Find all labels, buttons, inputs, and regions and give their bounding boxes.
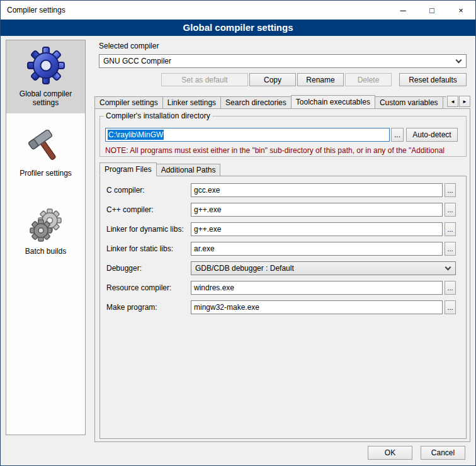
cpp-compiler-label: C++ compiler: (106, 205, 191, 214)
c-compiler-input[interactable] (191, 183, 443, 197)
reset-defaults-button[interactable]: Reset defaults (399, 73, 467, 86)
browse-resource-compiler-button[interactable]: ... (445, 281, 456, 295)
installation-directory-group-title: Compiler's installation directory (104, 111, 212, 120)
tab-scrollers: ◄ ► (446, 96, 470, 107)
browse-static-linker-button[interactable]: ... (445, 242, 456, 256)
c-compiler-label: C compiler: (106, 186, 191, 195)
window-title: Compiler settings (1, 6, 65, 14)
browse-install-dir-button[interactable]: ... (391, 128, 404, 142)
tab-program-files[interactable]: Program Files (99, 162, 157, 176)
sidebar-item-label: Global compiler settings (8, 89, 84, 107)
sidebar-item-profiler-settings[interactable]: Profiler settings (6, 125, 85, 184)
delete-button[interactable]: Delete (345, 73, 392, 86)
minimize-button[interactable]: ─ (388, 1, 417, 20)
static-linker-input[interactable] (191, 242, 443, 256)
rename-button[interactable]: Rename (297, 73, 344, 86)
dialog-footer: OK Cancel (368, 446, 465, 460)
selected-compiler-label: Selected compiler (99, 42, 159, 50)
field-row-c-compiler: C compiler: ... (106, 183, 460, 197)
installation-directory-group: Compiler's installation directory C:\ray… (99, 111, 467, 157)
field-row-cpp-compiler: C++ compiler: ... (106, 203, 460, 217)
maximize-button[interactable]: □ (417, 1, 446, 20)
tab-linker-settings[interactable]: Linker settings (162, 96, 221, 108)
autodetect-button[interactable]: Auto-detect (406, 128, 458, 142)
field-row-debugger: Debugger: GDB/CDB debugger : Default (106, 261, 460, 275)
tab-strip: Compiler settings Linker settings Search… (94, 95, 470, 108)
sidebar-item-label: Profiler settings (20, 169, 72, 178)
tab-compiler-settings[interactable]: Compiler settings (94, 96, 163, 108)
tab-scroll-right-button[interactable]: ► (459, 96, 470, 107)
install-dir-value: C:\raylib\MinGW (108, 130, 164, 140)
browse-c-compiler-button[interactable]: ... (445, 183, 456, 197)
field-row-resource-compiler: Resource compiler: ... (106, 281, 460, 295)
tab-additional-paths[interactable]: Additional Paths (156, 164, 221, 176)
tab-toolchain-executables[interactable]: Toolchain executables (291, 95, 375, 108)
main-panel: Selected compiler GNU GCC Compiler Set a… (93, 40, 472, 443)
field-row-dynamic-linker: Linker for dynamic libs: ... (106, 222, 460, 236)
tab-custom-variables[interactable]: Custom variables (375, 96, 443, 108)
cancel-button[interactable]: Cancel (421, 446, 465, 460)
field-row-static-linker: Linker for static libs: ... (106, 242, 460, 256)
compiler-settings-window: Compiler settings ─ □ × Global compiler … (0, 0, 476, 466)
ok-button[interactable]: OK (368, 446, 412, 460)
blue-gear-icon (26, 45, 66, 86)
cpp-compiler-input[interactable] (191, 203, 443, 217)
installation-directory-row: C:\raylib\MinGW ... Auto-detect (105, 128, 458, 142)
browse-make-program-button[interactable]: ... (445, 300, 456, 314)
compiler-select-value: GNU GCC Compiler (103, 57, 171, 65)
program-files-panel: C compiler: ... C++ compiler: ... Linker… (99, 176, 467, 439)
browse-dynamic-linker-button[interactable]: ... (445, 222, 456, 236)
note-text: NOTE: All programs must exist either in … (105, 146, 465, 155)
dynamic-linker-input[interactable] (191, 222, 443, 236)
sub-tab-strip: Program Files Additional Paths (99, 162, 220, 176)
sidebar: Global compiler settings Profiler settin… (6, 40, 86, 435)
tab-scroll-left-button[interactable]: ◄ (447, 96, 458, 107)
install-dir-input[interactable]: C:\raylib\MinGW (105, 128, 390, 142)
sidebar-item-label: Batch builds (25, 247, 66, 256)
tab-search-directories[interactable]: Search directories (220, 96, 292, 108)
debugger-label: Debugger: (106, 264, 191, 273)
make-program-input[interactable] (191, 300, 443, 314)
debugger-select[interactable]: GDB/CDB debugger : Default (191, 261, 456, 275)
close-button[interactable]: × (446, 1, 475, 20)
chevron-down-icon (456, 57, 462, 63)
resource-compiler-label: Resource compiler: (106, 283, 191, 292)
profiler-hammer-icon (28, 130, 64, 165)
debugger-select-value: GDB/CDB debugger : Default (195, 264, 294, 273)
page-title: Global compiler settings (1, 20, 475, 36)
window-controls: ─ □ × (388, 1, 475, 20)
compiler-buttons-row: Set as default Copy Rename Delete Reset … (99, 73, 467, 86)
resource-compiler-input[interactable] (191, 281, 443, 295)
sidebar-item-batch-builds[interactable]: Batch builds (6, 203, 85, 262)
sidebar-item-global-compiler-settings[interactable]: Global compiler settings (6, 40, 85, 113)
set-as-default-button[interactable]: Set as default (161, 73, 248, 86)
chevron-down-icon (445, 264, 451, 270)
browse-cpp-compiler-button[interactable]: ... (445, 203, 456, 217)
gray-gears-icon (28, 208, 64, 243)
static-linker-label: Linker for static libs: (106, 244, 191, 253)
make-program-label: Make program: (106, 303, 191, 312)
field-row-make-program: Make program: ... (106, 300, 460, 314)
dynamic-linker-label: Linker for dynamic libs: (106, 225, 191, 234)
copy-button[interactable]: Copy (249, 73, 296, 86)
toolchain-executables-panel: Compiler's installation directory C:\ray… (94, 108, 470, 442)
titlebar: Compiler settings ─ □ × (1, 1, 475, 20)
compiler-select[interactable]: GNU GCC Compiler (99, 54, 467, 68)
